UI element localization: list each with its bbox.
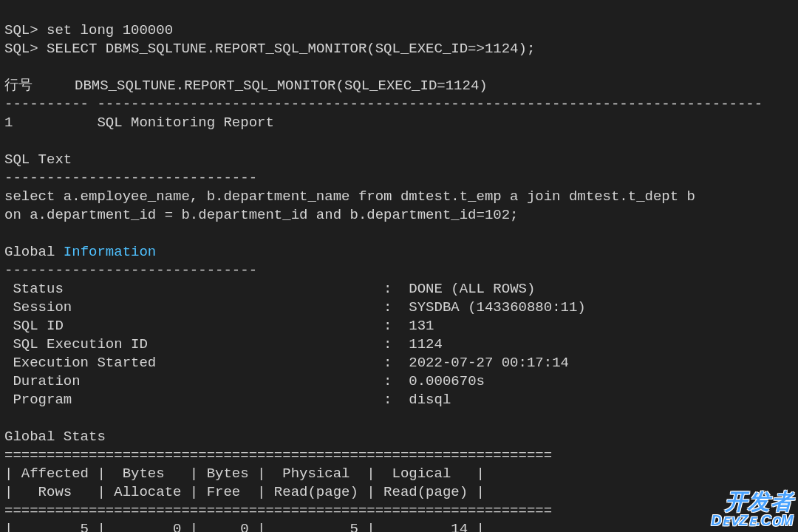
info-session-value: SYSDBA (143360880:11) [409, 299, 585, 316]
info-colon: : [366, 336, 409, 352]
info-colon: : [366, 392, 409, 408]
info-sqlid-value: 131 [409, 318, 434, 334]
info-duration-label: Duration [4, 373, 81, 389]
sql-text-title: SQL Text [4, 151, 72, 168]
sql-text-line2: on a.department_id = b.department_id and… [4, 207, 519, 223]
terminal-output: SQL> set long 100000 SQL> SELECT DBMS_SQ… [0, 0, 798, 532]
sql-prompt: SQL> [4, 22, 47, 38]
info-colon: : [366, 281, 409, 297]
sql-prompt: SQL> [4, 41, 47, 57]
info-program-value: disql [409, 392, 451, 408]
info-execid-value: 1124 [409, 336, 443, 352]
global-stats-title: Global Stats [4, 429, 106, 445]
info-colon: : [366, 355, 409, 371]
info-sqlid-label: SQL ID [4, 318, 64, 334]
info-started-value: 2022-07-27 00:17:14 [409, 355, 569, 371]
result-header-rownum-label: 行号 [4, 78, 33, 94]
command-2: SELECT DBMS_SQLTUNE.REPORT_SQL_MONITOR(S… [47, 41, 535, 57]
info-colon: : [366, 373, 409, 389]
stats-header-row1: | Affected | Bytes | Bytes | Physical | … [4, 466, 485, 482]
sql-text-line1: select a.employee_name, b.department_nam… [4, 188, 695, 205]
sql-text-separator: ------------------------------ [4, 170, 257, 186]
global-info-separator: ------------------------------ [4, 262, 257, 279]
result-header-separator: ---------- -----------------------------… [4, 96, 763, 112]
info-status-value: DONE (ALL ROWS) [409, 281, 535, 297]
stats-border-mid: ========================================… [4, 502, 552, 519]
info-duration-value: 0.000670s [409, 373, 485, 389]
stats-header-row2: | Rows | Allocate | Free | Read(page) | … [4, 484, 485, 500]
global-info-title-word: Information [64, 244, 156, 260]
info-colon: : [366, 299, 409, 316]
result-row-number: 1 [4, 115, 13, 131]
info-session-label: Session [4, 299, 72, 316]
info-colon: : [366, 318, 409, 334]
command-1: set long 100000 [47, 22, 173, 38]
info-status-label: Status [4, 281, 64, 297]
result-row-value: SQL Monitoring Report [97, 115, 273, 131]
result-header-column: DBMS_SQLTUNE.REPORT_SQL_MONITOR(SQL_EXEC… [75, 78, 488, 94]
info-program-label: Program [4, 392, 72, 408]
stats-border-top: ========================================… [4, 447, 552, 463]
info-execid-label: SQL Execution ID [4, 336, 148, 352]
global-info-title-prefix: Global [4, 244, 64, 260]
stats-data-row: | 5 | 0 | 0 | 5 | 14 | [4, 521, 485, 532]
info-started-label: Execution Started [4, 355, 156, 371]
